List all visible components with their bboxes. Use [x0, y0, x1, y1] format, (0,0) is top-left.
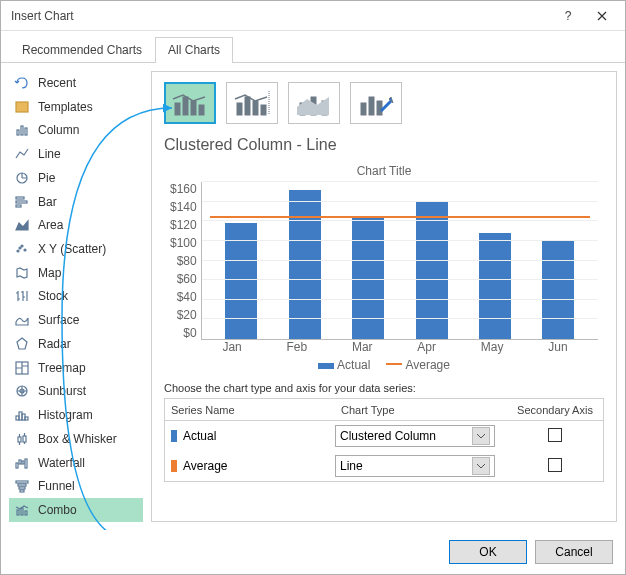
- sidebar-item-templates[interactable]: Templates: [9, 95, 143, 119]
- chart-plot: [201, 182, 598, 340]
- area-icon: [13, 216, 31, 234]
- histogram-icon: [13, 406, 31, 424]
- chart-type-select-actual[interactable]: Clustered Column: [335, 425, 495, 447]
- cancel-button[interactable]: Cancel: [535, 540, 613, 564]
- svg-rect-26: [18, 484, 26, 486]
- sidebar-item-label: Box & Whisker: [38, 432, 117, 446]
- sidebar-item-pie[interactable]: Pie: [9, 166, 143, 190]
- tab-all-charts[interactable]: All Charts: [155, 37, 233, 63]
- svg-point-10: [24, 249, 26, 251]
- sidebar-item-combo[interactable]: Combo: [9, 498, 143, 522]
- series-name-average: Average: [183, 459, 227, 473]
- svg-rect-21: [16, 463, 18, 468]
- sidebar-item-label: Surface: [38, 313, 79, 327]
- stock-icon: [13, 287, 31, 305]
- y-axis-labels: $160$140$120$100$80$60$40$20$0: [170, 182, 201, 340]
- svg-rect-22: [19, 460, 21, 464]
- subtype-custom-combo[interactable]: [350, 82, 402, 124]
- funnel-icon: [13, 477, 31, 495]
- sidebar-item-label: Templates: [38, 100, 93, 114]
- dialog-buttons: OK Cancel: [1, 530, 625, 574]
- chart-subtitle: Clustered Column - Line: [164, 136, 604, 154]
- sidebar-item-label: Line: [38, 147, 61, 161]
- sidebar-item-treemap[interactable]: Treemap: [9, 356, 143, 380]
- average-line: [210, 216, 590, 218]
- sidebar-item-scatter[interactable]: X Y (Scatter): [9, 237, 143, 261]
- secondary-axis-checkbox-actual[interactable]: [548, 428, 562, 442]
- sidebar-item-recent[interactable]: Recent: [9, 71, 143, 95]
- svg-point-11: [19, 247, 21, 249]
- sidebar-item-histogram[interactable]: Histogram: [9, 403, 143, 427]
- surface-icon: [13, 311, 31, 329]
- sidebar-item-map[interactable]: Map: [9, 261, 143, 285]
- help-button[interactable]: ?: [551, 4, 585, 28]
- sidebar-item-waterfall[interactable]: Waterfall: [9, 451, 143, 475]
- svg-rect-34: [191, 101, 196, 115]
- sidebar-item-line[interactable]: Line: [9, 142, 143, 166]
- svg-rect-43: [361, 103, 366, 115]
- svg-point-9: [21, 245, 23, 247]
- header-chart-type: Chart Type: [335, 401, 507, 419]
- series-config-label: Choose the chart type and axis for your …: [164, 382, 604, 394]
- sidebar-item-label: Stock: [38, 289, 68, 303]
- svg-rect-6: [16, 201, 27, 203]
- sidebar-item-column[interactable]: Column: [9, 118, 143, 142]
- sidebar-item-bar[interactable]: Bar: [9, 190, 143, 214]
- titlebar: Insert Chart ?: [1, 1, 625, 31]
- sidebar-item-label: Funnel: [38, 479, 75, 493]
- svg-rect-20: [23, 436, 26, 442]
- tab-recommended[interactable]: Recommended Charts: [9, 37, 155, 63]
- tab-strip: Recommended Charts All Charts: [1, 31, 625, 63]
- svg-rect-0: [16, 102, 28, 112]
- svg-rect-2: [21, 126, 23, 135]
- sidebar-item-surface[interactable]: Surface: [9, 308, 143, 332]
- svg-rect-28: [20, 490, 24, 492]
- svg-rect-37: [245, 97, 250, 115]
- insert-chart-dialog: Insert Chart ? Recommended Charts All Ch…: [0, 0, 626, 575]
- subtype-clustered-column-line-secondary[interactable]: [226, 82, 278, 124]
- series-swatch-actual: [171, 430, 177, 442]
- radar-icon: [13, 335, 31, 353]
- header-secondary-axis: Secondary Axis: [507, 401, 603, 419]
- svg-rect-27: [19, 487, 25, 489]
- sidebar-item-label: Treemap: [38, 361, 86, 375]
- bar: [289, 190, 321, 339]
- svg-rect-23: [22, 461, 24, 464]
- chart-type-select-average[interactable]: Line: [335, 455, 495, 477]
- sidebar-item-label: Recent: [38, 76, 76, 90]
- sidebar-item-label: Waterfall: [38, 456, 85, 470]
- chevron-down-icon: [472, 457, 490, 475]
- bar-icon: [13, 193, 31, 211]
- svg-rect-36: [237, 103, 242, 115]
- sidebar-item-box-whisker[interactable]: Box & Whisker: [9, 427, 143, 451]
- sidebar-item-label: Sunburst: [38, 384, 86, 398]
- chart-legend: Actual Average: [170, 358, 598, 372]
- svg-rect-38: [253, 101, 258, 115]
- svg-rect-19: [18, 437, 21, 442]
- svg-rect-30: [21, 508, 23, 515]
- secondary-axis-checkbox-average[interactable]: [548, 458, 562, 472]
- sidebar-item-label: Column: [38, 123, 79, 137]
- bar: [479, 233, 511, 339]
- legend-actual: Actual: [337, 358, 370, 372]
- sidebar-item-funnel[interactable]: Funnel: [9, 474, 143, 498]
- chart-title: Chart Title: [170, 164, 598, 178]
- svg-rect-3: [25, 128, 27, 135]
- svg-rect-24: [25, 459, 27, 468]
- sidebar-item-radar[interactable]: Radar: [9, 332, 143, 356]
- close-button[interactable]: [585, 4, 619, 28]
- svg-rect-7: [16, 205, 21, 207]
- sidebar-item-sunburst[interactable]: Sunburst: [9, 380, 143, 404]
- svg-point-8: [17, 250, 19, 252]
- series-table: Series Name Chart Type Secondary Axis Ac…: [164, 398, 604, 482]
- sidebar-item-area[interactable]: Area: [9, 213, 143, 237]
- svg-rect-18: [25, 417, 28, 420]
- ok-button[interactable]: OK: [449, 540, 527, 564]
- scatter-icon: [13, 240, 31, 258]
- svg-rect-35: [199, 105, 204, 115]
- svg-rect-32: [175, 103, 180, 115]
- sidebar-item-stock[interactable]: Stock: [9, 285, 143, 309]
- subtype-stacked-area-column[interactable]: [288, 82, 340, 124]
- subtype-clustered-column-line[interactable]: [164, 82, 216, 124]
- map-icon: [13, 264, 31, 282]
